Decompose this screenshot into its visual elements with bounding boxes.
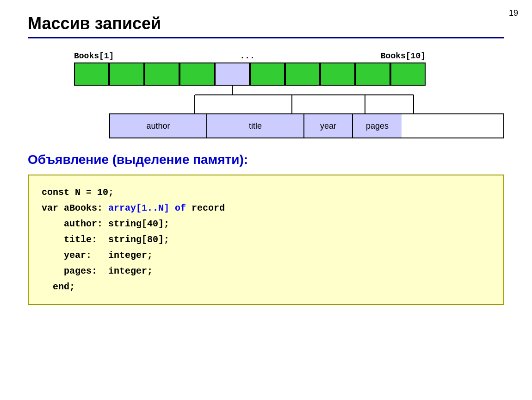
array-cell-8 <box>320 62 355 86</box>
title-divider <box>28 37 504 38</box>
record-fields: author title year pages <box>109 113 504 138</box>
field-pages: pages <box>353 114 402 138</box>
field-year: year <box>304 114 353 138</box>
page-number: 19 <box>509 8 518 18</box>
array-labels: Books[1] ... Books[10] <box>74 51 426 61</box>
code-line-4: title: string[80]; <box>42 232 490 248</box>
code-block: const N = 10; var aBooks: array[1..N] of… <box>28 175 504 305</box>
code-line-6: pages: integer; <box>42 263 490 279</box>
code-line-2: var aBooks: array[1..N] of record <box>42 200 490 216</box>
array-cell-5-highlight <box>215 62 250 86</box>
label-books1: Books[1] <box>74 51 114 61</box>
section-heading: Объявление (выделение памяти): <box>28 152 504 167</box>
array-cell-6 <box>250 62 285 86</box>
array-cell-1 <box>74 62 109 86</box>
code-line-3: author: string[40]; <box>42 216 490 232</box>
array-boxes <box>74 62 426 86</box>
connector-lines <box>74 86 426 113</box>
code-line-5: year: integer; <box>42 248 490 263</box>
label-books10: Books[10] <box>381 51 426 61</box>
label-dots: ... <box>114 51 380 61</box>
array-cell-2 <box>109 62 144 86</box>
array-cell-10 <box>390 62 426 86</box>
diagram-section: Books[1] ... Books[10] <box>28 51 504 138</box>
array-cell-3 <box>144 62 179 86</box>
code-line-7: end; <box>42 279 490 295</box>
array-cell-9 <box>355 62 390 86</box>
array-cell-4 <box>179 62 215 86</box>
array-cell-7 <box>285 62 320 86</box>
field-author: author <box>110 114 207 138</box>
field-title: title <box>207 114 304 138</box>
page-title: Массив записей <box>28 14 504 33</box>
code-line-1: const N = 10; <box>42 185 490 200</box>
